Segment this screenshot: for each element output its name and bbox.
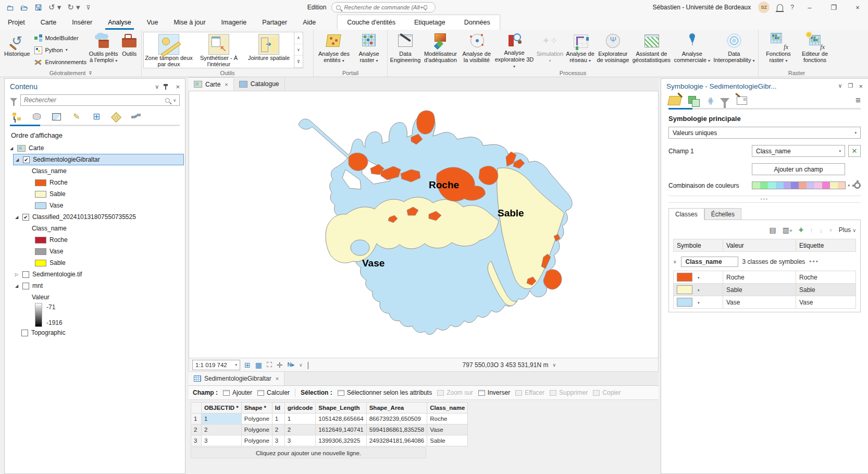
contents-search[interactable]: ∨ [20, 94, 180, 106]
class-row[interactable]: ▾ Sable Sable [674, 284, 856, 296]
layer-mnt[interactable]: ◢ mnt [5, 280, 185, 291]
col-objectid[interactable]: OBJECTID * [202, 403, 242, 414]
analyse-exploratoire-3d-button[interactable]: Analyse exploratoire 3D ▾ [494, 31, 535, 69]
symbol-layer-drawing-icon[interactable]: ⋕ [707, 96, 713, 106]
environnements-button[interactable]: Environnements [32, 56, 88, 67]
add-field-button[interactable]: Ajouter un champ [752, 163, 845, 175]
analyse-visibilite-button[interactable]: Analyse de la visibilité [460, 31, 494, 69]
new-project-icon[interactable]: 🗀 [6, 3, 14, 12]
tab-snapping[interactable]: ⊞ [90, 111, 103, 123]
restore-pane-icon[interactable]: ❐ [848, 82, 853, 90]
tab-vue[interactable]: Vue [139, 15, 166, 30]
legend-item[interactable]: Vase [5, 200, 185, 211]
close-tab-icon[interactable]: × [276, 375, 279, 382]
tab-donnees[interactable]: Données [455, 15, 500, 30]
assistant-geostatistiques-button[interactable]: Assistant de géostatistiques [630, 31, 673, 69]
dialog-launcher-icon[interactable]: ⊽ [89, 71, 92, 76]
legend-item[interactable]: Sable [5, 257, 185, 269]
tab-data-source[interactable] [31, 111, 43, 123]
analyse-raster-button[interactable]: Analyse raster ▾ [353, 31, 385, 69]
tree-item-carte[interactable]: ◢ Carte [5, 142, 185, 154]
class-group-row[interactable]: ∨ Class_name 3 classes de symboles ••• [673, 255, 856, 269]
layer-classified[interactable]: ◢ ✔ Classified_202410131807550735525 [5, 211, 185, 223]
chevron-down-icon[interactable]: ▾ [698, 288, 700, 292]
legend-item[interactable]: Roche [5, 177, 185, 188]
select-extent-icon[interactable]: ⛶ [267, 360, 272, 369]
chevron-down-icon[interactable]: ∨ [173, 98, 176, 103]
outils-button[interactable]: Outils [119, 31, 140, 69]
tab-etiquetage[interactable]: Etiquetage [405, 15, 455, 30]
expander-icon[interactable]: ◢ [14, 284, 19, 288]
legend-item[interactable]: Sable [5, 188, 185, 200]
col-gridcode[interactable]: gridcode [284, 403, 316, 414]
calculate-field-button[interactable]: Calculer [257, 389, 290, 396]
tab-carte-view[interactable]: Carte × [189, 77, 234, 91]
undo-icon[interactable]: ↺ ▾ [48, 3, 61, 12]
tab-echelles[interactable]: Échelles [704, 208, 741, 220]
gallery-scroll-down[interactable]: ∨ [294, 44, 303, 56]
corner-cell[interactable] [191, 403, 202, 414]
crosshair-icon[interactable]: ✛ [277, 361, 283, 369]
gallery-scroll-up[interactable]: ∧ [294, 32, 303, 44]
col-shape-length[interactable]: Shape_Length [316, 403, 366, 414]
tab-imagery[interactable] [130, 111, 142, 123]
tab-classes[interactable]: Classes [668, 208, 704, 220]
tab-catalogue-view[interactable]: Catalogue [234, 77, 285, 91]
tab-editing[interactable]: ✎ [70, 111, 83, 123]
command-search[interactable] [331, 2, 436, 13]
expander-icon[interactable]: ◢ [15, 157, 20, 162]
col-class-name[interactable]: Class_name [427, 403, 468, 414]
python-button[interactable]: Python ▾ [32, 44, 88, 55]
fonctions-raster-button[interactable]: fx Fonctions raster ▾ [760, 31, 797, 69]
tab-aide[interactable]: Aide [295, 15, 324, 30]
gear-icon[interactable] [854, 182, 861, 189]
layer-sedimentologie-tif[interactable]: ▷ Sedimentologie.tif [5, 269, 185, 280]
table-row[interactable]: 2 2 Polygone 2 2 1612649,140741 59941868… [191, 424, 468, 435]
color-scheme-select[interactable] [752, 181, 846, 189]
tab-partager[interactable]: Partager [254, 15, 295, 30]
legend-swatch[interactable] [35, 237, 46, 244]
scale-filter-icon[interactable] [720, 98, 729, 104]
chevron-down-icon[interactable]: ∨ [673, 259, 677, 264]
tab-analyse[interactable]: Analyse [100, 15, 139, 30]
contents-search-input[interactable] [24, 96, 162, 104]
pin-icon[interactable] [165, 84, 169, 90]
legend-item[interactable]: Roche [5, 234, 185, 246]
primary-symbology-icon[interactable] [667, 96, 682, 105]
symbol-swatch[interactable] [677, 273, 692, 282]
show-values-icon[interactable]: ▤ [769, 226, 776, 234]
notifications-icon[interactable] [777, 4, 783, 11]
table-tab[interactable]: SedimentologieGibraltar × [189, 372, 284, 385]
expander-icon[interactable]: ▷ [14, 272, 19, 277]
editeur-fonctions-button[interactable]: fx Editeur de fonctions [797, 31, 833, 69]
minimize-button[interactable]: – [801, 1, 818, 14]
close-button[interactable]: × [849, 1, 866, 14]
map-canvas[interactable]: Roche Sable Vase [189, 91, 659, 358]
layer-topographic[interactable]: Topographic [5, 327, 185, 338]
gallery-expand[interactable]: ⊽ [294, 56, 303, 68]
layer-checkbox[interactable] [21, 330, 28, 336]
class-row[interactable]: ▾ Vase Vase [674, 296, 856, 309]
tab-drawing-order[interactable] [11, 111, 23, 123]
legend-swatch[interactable] [35, 191, 46, 198]
chevron-down-icon[interactable]: ▾ [698, 301, 700, 305]
tab-selection[interactable] [51, 111, 63, 123]
table-row[interactable]: 3 3 Polygone 3 3 1399306,32925 249328418… [191, 435, 468, 446]
field1-select[interactable]: Class_name ▾ [752, 145, 845, 157]
tab-inserer[interactable]: Insérer [64, 15, 100, 30]
chevron-down-icon[interactable]: ∨ [299, 362, 303, 368]
tab-projet[interactable]: Projet [0, 15, 33, 30]
analyse-reseau-button[interactable]: Analyse de réseau ▾ [565, 31, 596, 69]
pane-splitter[interactable]: ••• [668, 196, 861, 203]
tab-imagerie[interactable]: Imagerie [214, 15, 255, 30]
tab-carte[interactable]: Carte [33, 15, 65, 30]
expression-button[interactable]: ✕ [848, 145, 861, 157]
expander-icon[interactable]: ◢ [9, 146, 14, 151]
group-field-name[interactable]: Class_name [681, 257, 738, 267]
pane-menu-chevron-icon[interactable]: ∨ [155, 83, 159, 90]
layer-checkbox[interactable] [22, 283, 29, 289]
chevron-down-icon[interactable]: ∨ [552, 362, 556, 368]
advanced-symbology-icon[interactable] [737, 96, 747, 105]
add-grid-icon[interactable]: ⊞ [244, 361, 251, 369]
gallery-item-buffer[interactable]: Zone tampon deux par deux [144, 32, 194, 68]
